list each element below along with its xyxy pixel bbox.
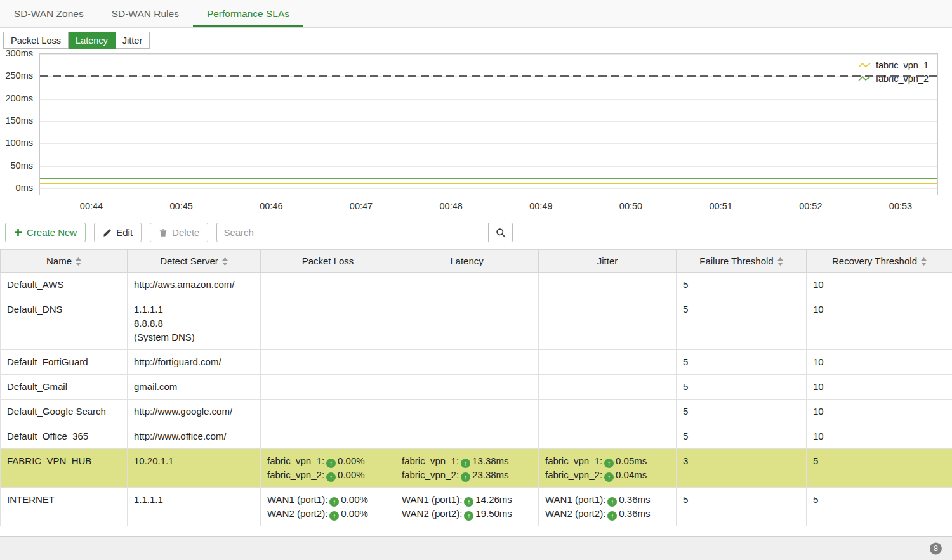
edit-button[interactable]: Edit	[94, 223, 142, 242]
metric-value: 0.00%	[341, 494, 368, 505]
chart-legend: fabric_vpn_1fabric_vpn_2	[858, 60, 929, 84]
x-tick-label: 00:53	[889, 201, 912, 211]
table-row-default-google-search[interactable]: Default_Google Searchhttp://www.google.c…	[1, 400, 952, 424]
cell-name: Default_DNS	[1, 297, 128, 350]
chart-y-axis: 300ms250ms200ms150ms100ms50ms0ms	[0, 53, 37, 195]
cell-recovery-threshold: 10	[807, 350, 952, 375]
tab-performance-slas[interactable]: Performance SLAs	[193, 0, 303, 27]
metric-line: WAN2 (port2):↑19.50ms	[402, 507, 532, 521]
chart-metric-toggle: Packet Loss Latency Jitter	[3, 32, 952, 49]
cell-packet-loss	[261, 297, 395, 350]
sort-icon	[921, 257, 927, 266]
sla-threshold-line	[40, 75, 937, 77]
y-tick-label: 100ms	[5, 138, 33, 148]
column-header-label: Latency	[450, 256, 484, 266]
up-status-icon: ↑	[464, 511, 473, 521]
table-row-internet[interactable]: INTERNET1.1.1.1WAN1 (port1):↑0.00%WAN2 (…	[1, 488, 952, 526]
cell-name: INTERNET	[1, 488, 128, 526]
search-input[interactable]	[216, 223, 489, 242]
performance-sla-table: NameDetect ServerPacket LossLatencyJitte…	[0, 249, 952, 526]
server-address: http://aws.amazon.com/	[134, 278, 254, 292]
y-tick-label: 50ms	[11, 160, 33, 171]
table-row-default-gmail[interactable]: Default_Gmailgmail.com510	[1, 375, 952, 400]
table-row-default-fortiguard[interactable]: Default_FortiGuardhttp://fortiguard.com/…	[1, 350, 952, 375]
up-status-icon: ↑	[326, 459, 336, 468]
cell-latency	[395, 375, 539, 400]
cell-packet-loss: fabric_vpn_1:↑0.00%fabric_vpn_2:↑0.00%	[261, 449, 395, 488]
sort-icon	[777, 257, 783, 266]
column-header-detect-server[interactable]: Detect Server	[128, 250, 261, 273]
metric-value: 0.05ms	[616, 455, 647, 466]
table-row-fabric-vpn-hub[interactable]: FABRIC_VPN_HUB10.20.1.1fabric_vpn_1:↑0.0…	[1, 449, 952, 488]
cell-name: FABRIC_VPN_HUB	[1, 449, 128, 488]
column-header-label: Packet Loss	[302, 256, 354, 266]
column-header-label: Name	[46, 256, 72, 266]
cell-packet-loss	[261, 375, 395, 400]
interface-label: fabric_vpn_1:	[545, 455, 602, 466]
x-tick-label: 00:50	[619, 201, 642, 211]
server-address: 8.8.8.8	[134, 316, 254, 330]
up-status-icon: ↑	[607, 497, 617, 507]
cell-name: Default_FortiGuard	[1, 350, 128, 375]
server-address: http://fortiguard.com/	[134, 355, 254, 369]
sort-icon	[76, 257, 81, 266]
tab-sdwan-zones[interactable]: SD-WAN Zones	[0, 0, 98, 27]
cell-recovery-threshold: 5	[807, 449, 952, 488]
interface-label: WAN1 (port1):	[267, 494, 327, 505]
interface-label: fabric_vpn_2:	[402, 469, 459, 480]
cell-packet-loss	[261, 350, 395, 375]
metric-line: WAN2 (port2):↑0.36ms	[545, 507, 670, 521]
column-header-packet-loss: Packet Loss	[261, 250, 395, 273]
metric-line: fabric_vpn_2:↑0.04ms	[545, 468, 670, 482]
cell-detect-server: http://www.office.com/	[128, 424, 261, 449]
metric-value: 0.00%	[338, 455, 365, 466]
cell-detect-server: 1.1.1.1	[128, 488, 261, 526]
x-tick-label: 00:45	[170, 201, 193, 211]
metric-line: fabric_vpn_2:↑23.38ms	[402, 468, 532, 482]
cell-name: Default_Office_365	[1, 424, 128, 449]
delete-button[interactable]: Delete	[150, 223, 208, 242]
y-tick-label: 150ms	[5, 115, 33, 126]
server-address: 10.20.1.1	[134, 454, 254, 468]
metric-value: 14.26ms	[475, 494, 512, 505]
y-tick-label: 200ms	[5, 93, 33, 103]
column-header-name[interactable]: Name	[1, 250, 128, 273]
up-status-icon: ↑	[329, 497, 339, 507]
table-row-default-office-365[interactable]: Default_Office_365http://www.office.com/…	[1, 424, 952, 449]
top-tab-bar: SD-WAN Zones SD-WAN Rules Performance SL…	[0, 0, 952, 28]
legend-label: fabric_vpn_2	[876, 74, 929, 84]
sdwan-performance-sla-page: SD-WAN Zones SD-WAN Rules Performance SL…	[0, 0, 952, 560]
cell-jitter: fabric_vpn_1:↑0.05msfabric_vpn_2:↑0.04ms	[539, 449, 677, 488]
table-row-default-dns[interactable]: Default_DNS1.1.1.18.8.8.8(System DNS)510	[1, 297, 952, 350]
chart-x-axis: 00:4400:4500:4600:4700:4800:4900:5000:51…	[39, 195, 938, 216]
metric-line: WAN1 (port1):↑0.00%	[267, 493, 388, 507]
metric-value: 0.36ms	[619, 508, 650, 519]
server-address: 1.1.1.1	[134, 303, 254, 316]
tab-sdwan-rules[interactable]: SD-WAN Rules	[98, 0, 193, 27]
cell-detect-server: gmail.com	[128, 375, 261, 400]
search-button[interactable]	[489, 223, 513, 242]
x-tick-label: 00:47	[350, 201, 373, 211]
legend-item-fabric-vpn-2[interactable]: fabric_vpn_2	[858, 74, 929, 84]
cell-packet-loss	[261, 400, 395, 424]
metric-value: 0.00%	[338, 469, 365, 480]
legend-line-icon	[858, 62, 871, 69]
legend-item-fabric-vpn-1[interactable]: fabric_vpn_1	[858, 60, 929, 70]
x-tick-label: 00:46	[260, 201, 282, 211]
cell-jitter	[539, 350, 677, 375]
create-new-button[interactable]: Create New	[5, 223, 86, 242]
table-row-default-aws[interactable]: Default_AWShttp://aws.amazon.com/510	[1, 273, 952, 297]
server-address: gmail.com	[134, 380, 254, 394]
cell-failure-threshold: 3	[677, 449, 807, 488]
toggle-packet-loss[interactable]: Packet Loss	[3, 32, 69, 49]
cell-latency	[395, 400, 539, 424]
cell-failure-threshold: 5	[677, 375, 807, 400]
toggle-latency[interactable]: Latency	[69, 32, 116, 49]
cell-latency	[395, 273, 539, 297]
legend-line-icon	[858, 75, 871, 82]
cell-failure-threshold: 5	[677, 400, 807, 424]
column-header-recovery-threshold[interactable]: Recovery Threshold	[807, 250, 952, 273]
column-header-failure-threshold[interactable]: Failure Threshold	[677, 250, 807, 273]
toggle-jitter[interactable]: Jitter	[116, 32, 150, 49]
pencil-icon	[103, 228, 112, 237]
